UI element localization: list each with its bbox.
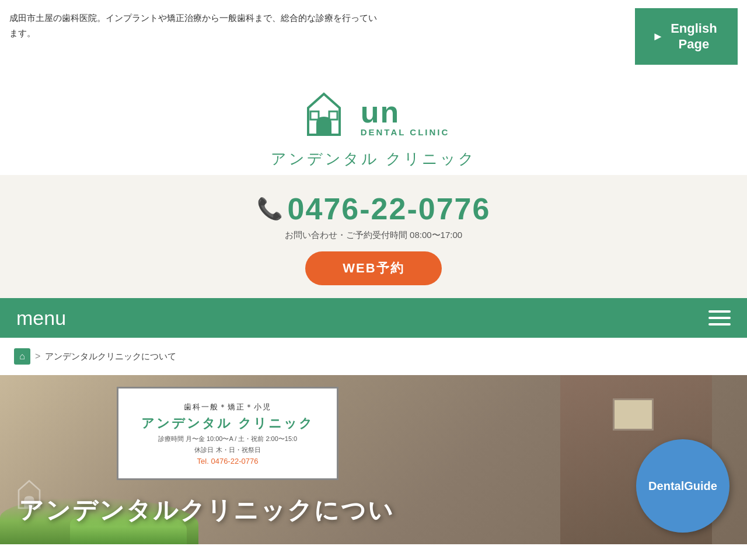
- hero-sign-rest: 休診日 木・日・祝祭日: [194, 446, 260, 454]
- phone-area: 📞 0476-22-0776 お問い合わせ・ご予約受付時間 08:00〜17:0…: [0, 175, 747, 298]
- english-page-button[interactable]: ► EnglishPage: [635, 8, 738, 65]
- web-reserve-button[interactable]: WEB予約: [305, 251, 441, 285]
- phone-icon: 📞: [257, 197, 283, 221]
- breadcrumb: ⌂ > アンデンタルクリニックについて: [0, 338, 747, 375]
- logo-area: un DENTAL CLINIC アンデンタル クリニック: [0, 73, 747, 175]
- svg-rect-2: [329, 111, 337, 120]
- hero-sign-top-text: 歯科一般＊矯正＊小児: [184, 402, 271, 412]
- english-page-label: EnglishPage: [671, 21, 717, 52]
- hero-sign-phone: Tel. 0476-22-0776: [197, 457, 259, 466]
- hamburger-line-2: [708, 317, 731, 319]
- phone-number-row: 📞 0476-22-0776: [0, 191, 747, 226]
- phone-hours: お問い合わせ・ご予約受付時間 08:00〜17:00: [0, 230, 747, 241]
- hamburger-menu-button[interactable]: [708, 310, 731, 326]
- breadcrumb-current-page: アンデンタルクリニックについて: [45, 351, 176, 362]
- clinic-name-en: un: [361, 97, 450, 127]
- hero-sign-main-text: アンデンタル クリニック: [141, 415, 313, 432]
- breadcrumb-separator: >: [35, 351, 40, 362]
- breadcrumb-home-icon[interactable]: ⌂: [14, 348, 30, 365]
- top-description: 成田市土屋の歯科医院。インプラントや矯正治療から一般歯科まで、総合的な診療を行っ…: [9, 8, 377, 40]
- hero-section: 歯科一般＊矯正＊小児 アンデンタル クリニック 診療時間 月〜金 10:00〜A…: [0, 375, 747, 544]
- menu-label: menu: [16, 307, 66, 330]
- chevron-right-icon: ►: [652, 30, 664, 43]
- clinic-subtitle: DENTAL CLINIC: [361, 127, 450, 137]
- menu-bar: menu: [0, 298, 747, 338]
- dental-guide-badge[interactable]: DentalGuide: [636, 439, 729, 533]
- top-bar: 成田市土屋の歯科医院。インプラントや矯正治療から一般歯科まで、総合的な診療を行っ…: [0, 0, 747, 73]
- hero-building-window: [613, 398, 654, 430]
- svg-rect-1: [310, 111, 319, 120]
- hero-overlay-text: アンデンタルクリニックについ: [0, 494, 747, 527]
- hero-sign-hours: 診療時間 月〜金 10:00〜A / 土・祝前 2:00〜15:0: [158, 435, 297, 443]
- phone-number[interactable]: 0476-22-0776: [288, 191, 491, 226]
- hero-sign-board: 歯科一般＊矯正＊小児 アンデンタル クリニック 診療時間 月〜金 10:00〜A…: [117, 387, 338, 480]
- logo-container: un DENTAL CLINIC: [298, 89, 450, 144]
- hamburger-line-1: [708, 310, 731, 313]
- clinic-name-ja: アンデンタル クリニック: [271, 149, 476, 169]
- hamburger-line-3: [708, 323, 731, 326]
- logo-text: un DENTAL CLINIC: [361, 97, 450, 137]
- clinic-logo-icon: [298, 89, 350, 144]
